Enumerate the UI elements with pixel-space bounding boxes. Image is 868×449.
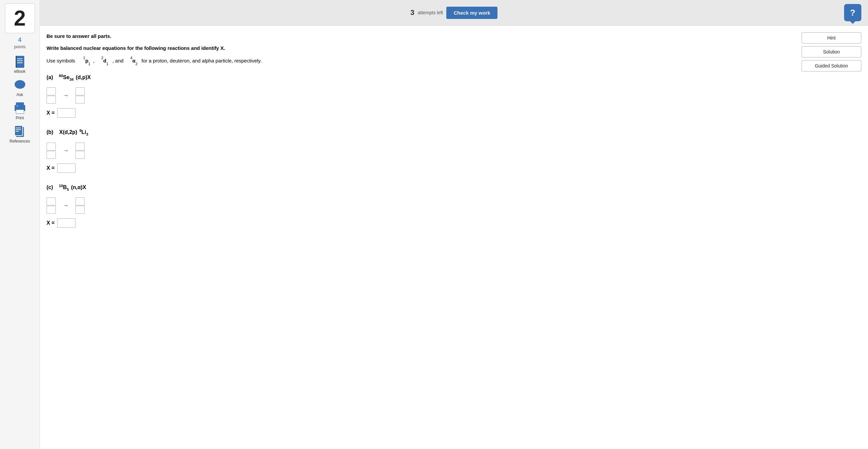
part-b-x-input[interactable] xyxy=(57,163,75,173)
part-b-reaction-start: X(d,2p) xyxy=(59,130,77,135)
part-a-section: (a) 80Se34 (d,p)X xyxy=(46,73,795,118)
part-c-left-sub[interactable] xyxy=(46,206,56,214)
problem-left: Be sure to answer all parts. Write balan… xyxy=(46,32,802,238)
question-number-box: 2 xyxy=(5,3,35,33)
part-a-left-sup[interactable] xyxy=(46,87,56,95)
print-icon xyxy=(14,102,26,114)
part-a-x-label: X = xyxy=(46,110,55,116)
book-icon xyxy=(14,56,26,68)
part-c-equation-row: → xyxy=(46,198,795,214)
arrow-c: → xyxy=(62,202,68,209)
main-content: 3 attempts left Check my work ? Be sure … xyxy=(40,0,868,449)
part-a-right-sub[interactable] xyxy=(75,96,85,104)
svg-rect-4 xyxy=(16,56,17,68)
print-label: Print xyxy=(16,116,24,120)
svg-rect-3 xyxy=(17,62,23,63)
part-b-left-sup[interactable] xyxy=(46,143,56,151)
part-b-header: (b) X(d,2p) 9Li3 xyxy=(46,128,795,138)
and-text: , and xyxy=(112,58,123,63)
part-b-label: (b) xyxy=(46,130,53,135)
ebook-label: eBook xyxy=(14,69,25,74)
part-a-header: (a) 80Se34 (d,p)X xyxy=(46,73,795,83)
part-a-left-sub[interactable] xyxy=(46,96,56,104)
main-problem-text: Write balanced nuclear equations for the… xyxy=(46,44,795,52)
guided-solution-button[interactable]: Guided Solution xyxy=(802,60,861,71)
svg-rect-15 xyxy=(16,131,19,131)
check-my-work-button[interactable]: Check my work xyxy=(446,7,497,19)
part-c-section: (c) 10B5 (n,α)X → xyxy=(46,183,795,228)
part-a-label: (a) xyxy=(46,74,53,80)
sidebar-item-ebook[interactable]: eBook xyxy=(14,56,26,74)
svg-rect-10 xyxy=(17,106,18,106)
symbols-line: Use symbols 1p1 , 2d1 , and 4α2 for a pr… xyxy=(46,56,795,66)
part-b-x-label: X = xyxy=(46,165,55,171)
use-symbols-text: Use symbols xyxy=(46,58,75,63)
question-number: 2 xyxy=(14,8,26,29)
svg-rect-14 xyxy=(16,129,21,130)
svg-rect-9 xyxy=(16,110,24,114)
ask-icon xyxy=(14,79,26,91)
solution-button[interactable]: Solution xyxy=(802,46,861,58)
instruction-text: Be sure to answer all parts. xyxy=(46,32,795,40)
points-value: 4 xyxy=(18,36,21,43)
part-b-left-sub[interactable] xyxy=(46,151,56,159)
arrow-a: → xyxy=(62,92,68,99)
sidebar-item-references[interactable]: References xyxy=(10,126,30,144)
part-b-equation-row: → xyxy=(46,143,795,159)
top-bar: 3 attempts left Check my work ? xyxy=(40,0,868,26)
part-a-equation-row: → xyxy=(46,87,795,104)
svg-rect-12 xyxy=(14,126,23,136)
part-a-right-sup[interactable] xyxy=(75,87,85,95)
part-c-label: (c) xyxy=(46,184,53,190)
part-a-x-input[interactable] xyxy=(57,108,75,118)
part-c-x-label: X = xyxy=(46,220,55,226)
part-c-reaction: (n,α)X xyxy=(71,184,86,190)
references-label: References xyxy=(10,139,30,144)
part-b-right-sub[interactable] xyxy=(75,151,85,159)
help-icon: ? xyxy=(850,8,856,18)
symbols-description: for a proton, deuteron, and alpha partic… xyxy=(142,58,262,63)
part-a-x-row: X = xyxy=(46,108,795,118)
svg-point-5 xyxy=(14,80,25,89)
part-b-right-sup[interactable] xyxy=(75,143,85,151)
svg-rect-1 xyxy=(17,59,23,59)
sidebar: 2 4 points eBook Ask xyxy=(0,0,40,449)
sidebar-item-ask[interactable]: Ask xyxy=(14,79,26,97)
part-c-right-sup[interactable] xyxy=(75,198,85,205)
part-b-x-row: X = xyxy=(46,163,795,173)
part-c-left-sup[interactable] xyxy=(46,198,56,205)
sidebar-item-print[interactable]: Print xyxy=(14,102,26,120)
svg-rect-2 xyxy=(17,60,23,61)
attempts-label: attempts left xyxy=(418,10,443,15)
attempts-area: 3 attempts left Check my work xyxy=(410,7,498,19)
problem-area: Be sure to answer all parts. Write balan… xyxy=(40,26,868,244)
references-icon xyxy=(14,126,26,138)
attempts-count: 3 xyxy=(410,8,414,17)
points-label: points xyxy=(14,44,26,49)
part-b-section: (b) X(d,2p) 9Li3 → xyxy=(46,128,795,173)
help-button[interactable]: ? xyxy=(844,4,861,21)
hint-button[interactable]: Hint xyxy=(802,32,861,43)
part-c-header: (c) 10B5 (n,α)X xyxy=(46,183,795,193)
right-panel: Hint Solution Guided Solution xyxy=(802,32,861,238)
part-c-x-input[interactable] xyxy=(57,218,75,228)
part-c-x-row: X = xyxy=(46,218,795,228)
svg-rect-13 xyxy=(16,128,21,128)
part-c-right-sub[interactable] xyxy=(75,206,85,214)
ask-label: Ask xyxy=(16,92,23,97)
part-a-reaction: (d,p)X xyxy=(76,74,91,80)
arrow-b: → xyxy=(62,147,68,154)
